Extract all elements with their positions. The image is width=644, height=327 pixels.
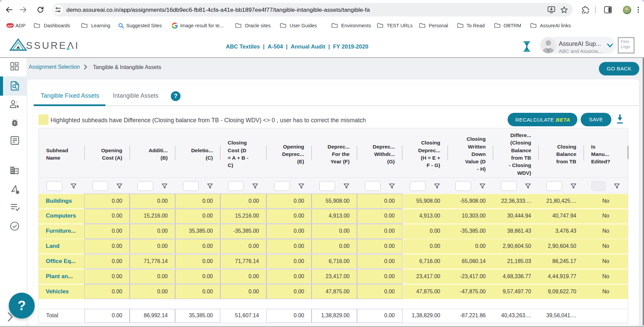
svg-text:ADP: ADP xyxy=(7,24,13,27)
